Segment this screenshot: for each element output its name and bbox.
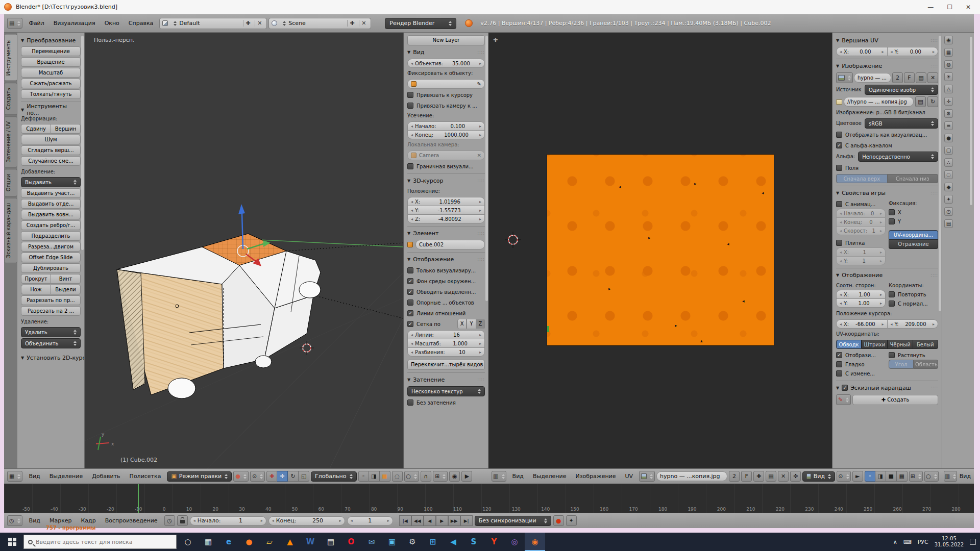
anim-start-field[interactable]: Начало:0 — [836, 209, 886, 218]
record-button[interactable]: ● — [553, 515, 564, 526]
properties-tab-icon[interactable]: ▤ — [944, 219, 953, 228]
timeline-menu-item[interactable]: Маркер — [45, 517, 77, 524]
jump-to-start-button[interactable]: |◀ — [399, 515, 411, 526]
lock-to-cursor-checkbox[interactable]: Привязать к курсору — [407, 90, 485, 99]
editor-type-image-dropdown[interactable]: ▥ — [492, 471, 506, 482]
bisect-tool-button[interactable]: Разрезать на 2 ... — [21, 306, 81, 316]
mesh-add-tool-button[interactable]: Offset Edge Slide — [21, 253, 81, 262]
proportional-edit-dropdown[interactable]: ○ — [404, 471, 420, 482]
transform-tool-button[interactable]: Вращение — [21, 57, 81, 67]
properties-tab-data-icon[interactable]: ≡ — [944, 121, 953, 130]
fields-checkbox[interactable]: Поля — [836, 163, 938, 172]
tab-shading-uv[interactable]: Затенение / UV — [4, 116, 17, 167]
mesh-add-tool-button[interactable]: Выдавить отде... — [21, 199, 81, 209]
taskbar-icon-yandex[interactable]: Y — [484, 533, 504, 551]
section-grease-pencil[interactable]: ▼Эскизный карандаш — [836, 383, 938, 393]
uv-draw-dash-toggle[interactable]: Штрихи — [862, 340, 887, 349]
grid-z-toggle[interactable]: Z — [476, 319, 485, 329]
uv-face-select-icon[interactable]: ■ — [886, 471, 897, 482]
grid-x-toggle[interactable]: X — [457, 319, 467, 329]
viewport-shading-dropdown[interactable]: ● — [233, 471, 249, 482]
fake-user-button[interactable]: F — [904, 72, 915, 83]
tiles-checkbox[interactable]: Плитка — [836, 238, 886, 247]
reload-image-button[interactable]: ↻ — [927, 96, 938, 107]
frame-start-field[interactable]: Начало:1 — [190, 516, 266, 525]
open-image-button[interactable]: ▤ — [766, 471, 776, 482]
view3d-menu-item[interactable]: Добавить — [87, 473, 125, 480]
image-source-dropdown[interactable]: Одиночное изобр — [865, 85, 938, 95]
start-button[interactable] — [2, 533, 22, 551]
anim-end-field[interactable]: Конец:0 — [836, 217, 886, 227]
taskbar-icon-photos[interactable]: ▣ — [382, 533, 402, 551]
properties-scrollbar[interactable] — [970, 37, 972, 205]
properties-tab-object-icon[interactable]: △ — [944, 85, 953, 93]
toggle-quad-view-button[interactable]: Переключит...тырёх видов — [407, 360, 485, 370]
grid-y-toggle[interactable]: Y — [467, 319, 476, 329]
timeline-menu-item[interactable]: Воспроизведение — [101, 517, 162, 524]
manipulator-axes-icon[interactable]: ✚ — [266, 471, 277, 482]
edge-select-icon[interactable]: ◨ — [369, 471, 380, 482]
display-channels-dropdown[interactable]: Вид — [802, 471, 835, 482]
normalized-checkbox[interactable]: С нормал... — [889, 299, 938, 308]
gpencil-layer-dropdown[interactable]: ✎ — [836, 394, 851, 405]
uv-vertex-select-icon[interactable]: ◦ — [865, 471, 875, 482]
tray-chevron-icon[interactable]: ∧ — [893, 539, 897, 545]
shadeless-checkbox[interactable]: Без затенения — [407, 398, 485, 407]
properties-tab-icon[interactable]: ✦ — [944, 195, 953, 204]
properties-tab-physics-icon[interactable]: ◌ — [944, 170, 953, 179]
snap-element-dropdown[interactable]: ⊞ — [433, 471, 448, 482]
editor-type-dropdown[interactable]: ▥ — [944, 471, 957, 482]
taskbar-icon-settings[interactable]: ⚙ — [402, 533, 423, 551]
3d-viewport[interactable]: x y Польз.-персп. (1) Cube.002 — [85, 33, 403, 468]
open-image-button[interactable]: ▤ — [916, 72, 926, 83]
aspect-y-field[interactable]: Y:1.00 — [836, 298, 886, 308]
properties-tab-material-icon[interactable]: ● — [944, 134, 953, 142]
clear-camera-icon[interactable]: ✕ — [477, 153, 481, 158]
section-game-properties[interactable]: ▼Свойства игры — [836, 188, 938, 198]
section-image[interactable]: ▼Изображение — [836, 61, 938, 71]
menu-item[interactable]: Файл — [24, 20, 48, 27]
stretch-area-toggle[interactable]: Область — [914, 360, 938, 369]
shrink-fatten-button[interactable]: Сдвину — [21, 124, 51, 134]
item-name-field[interactable]: Cube.002 — [415, 240, 485, 249]
world-background-checkbox[interactable]: Фон среды окружен... — [407, 277, 485, 286]
mode-dropdown[interactable]: ▣Режим правки — [167, 471, 232, 482]
pin-icon[interactable]: ✜ — [790, 471, 801, 482]
grid-scale-field[interactable]: Масштаб:1.000 — [407, 339, 485, 348]
bisect-tool-button[interactable]: Разрезать по пр... — [21, 295, 81, 305]
current-frame-field[interactable]: 1 — [347, 516, 393, 525]
stretch-checkbox[interactable]: Растянуть — [889, 350, 938, 360]
uv-menu-item[interactable]: UV — [621, 473, 638, 480]
new-layer-button[interactable]: New Layer — [407, 35, 485, 45]
grid-lines-field[interactable]: Линии:16 — [407, 330, 485, 339]
section-uv-vertex[interactable]: ▼Вершина UV — [836, 35, 938, 45]
lower-first-toggle[interactable]: Сначала низ — [888, 174, 939, 183]
face-select-icon[interactable]: ■ — [380, 471, 390, 482]
only-render-checkbox[interactable]: Только визуализиру... — [407, 266, 485, 275]
opengl-render-button[interactable]: ◉ — [449, 471, 460, 482]
taskbar-icon-explorer[interactable]: ▱ — [259, 533, 280, 551]
view3d-menu-item[interactable]: Вид — [24, 473, 44, 480]
snap-magnet-icon[interactable]: ∩ — [421, 471, 431, 482]
uv-pivot-dropdown[interactable]: ⊙ — [837, 471, 851, 482]
transform-tool-button[interactable]: Сжать/расжать — [21, 79, 81, 88]
view-as-render-checkbox[interactable]: Отображать как визуализац... — [836, 130, 938, 139]
uv-image-editor[interactable]: ✚ ◂ ▸ ◂ ▸ ◂ ▸ ◂ ▸ ▴ — [488, 33, 832, 468]
occlude-geometry-icon[interactable]: ◌ — [392, 471, 403, 482]
view3d-menu-item[interactable]: Выделение — [45, 473, 88, 480]
taskbar-clock[interactable]: 12:05 31.05.2022 — [935, 536, 964, 548]
uvpanel-scrollbar[interactable] — [939, 36, 941, 311]
scene-selector[interactable]: Scene ✚ ✕ — [268, 18, 371, 29]
jump-to-end-button[interactable]: ▶| — [460, 515, 473, 526]
transform-tool-button[interactable]: Масштаб — [21, 68, 81, 78]
properties-tab-modifiers-icon[interactable]: ⚙ — [944, 109, 953, 118]
all-origins-checkbox[interactable]: Опорные ... объектов — [407, 298, 485, 307]
uv-draw-white-toggle[interactable]: Белый — [913, 340, 938, 349]
editor-type-3d-dropdown[interactable]: ▦ — [7, 471, 22, 482]
render-border-checkbox[interactable]: Граничная визуали... — [407, 162, 485, 171]
properties-tab-texture-icon[interactable]: ▢ — [944, 146, 953, 155]
uv-snap-dropdown[interactable]: ⊞ — [909, 471, 923, 482]
delete-dropdown[interactable]: Удалить — [21, 327, 81, 337]
timeline-menu-item[interactable]: Вид — [24, 517, 45, 524]
screen-layout-selector[interactable]: Default ✚ ✕ — [159, 18, 267, 29]
